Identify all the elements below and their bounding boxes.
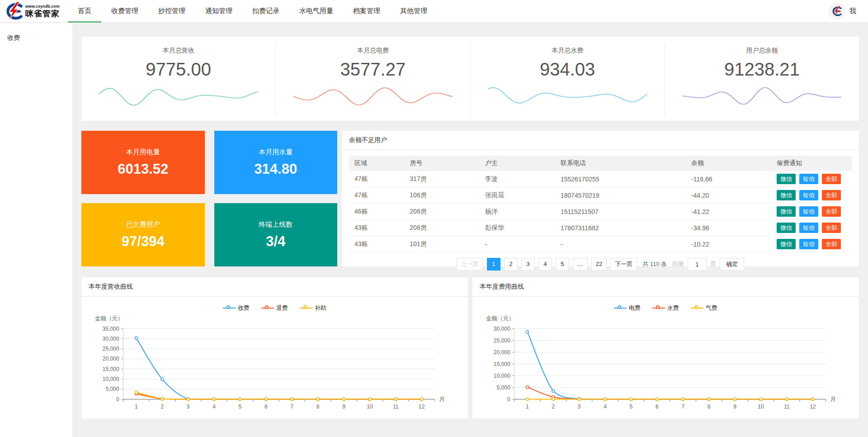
tile-label: 已欠费用户: [126, 220, 160, 229]
user-menu-label[interactable]: 我: [849, 7, 856, 15]
legend-label: 气费: [706, 304, 717, 312]
stat-label: 本月总电费: [357, 47, 389, 55]
svg-text:25,000: 25,000: [103, 346, 119, 352]
cell-phone: 17807311682: [555, 220, 686, 236]
sidebar-item-1[interactable]: 收费: [0, 23, 72, 47]
cell-balance: -10.22: [686, 236, 771, 252]
sms-notify-button[interactable]: 短信: [799, 223, 818, 233]
svg-text:8: 8: [708, 404, 711, 410]
cell-owner: 杨洋: [480, 204, 555, 220]
tile-value: 3/4: [266, 233, 285, 250]
nav-item-6[interactable]: 水电气用量: [289, 0, 343, 23]
all-notify-button[interactable]: 全部: [822, 190, 841, 200]
cell-room: 317房: [404, 171, 480, 187]
sms-notify-button[interactable]: 短信: [799, 190, 818, 200]
legend-item-1[interactable]: 收费: [223, 304, 250, 312]
cell-owner: 李波: [480, 171, 555, 187]
pagination-page-…[interactable]: …: [573, 258, 588, 271]
svg-text:5: 5: [630, 404, 633, 410]
pagination-prev[interactable]: 上一页: [457, 258, 483, 271]
nav-item-4[interactable]: 通知管理: [195, 0, 242, 23]
all-notify-button[interactable]: 全部: [822, 174, 841, 184]
svg-text:1: 1: [526, 404, 529, 410]
goto-page-input[interactable]: [688, 258, 707, 271]
cell-room: 106房: [404, 187, 480, 204]
svg-text:10,000: 10,000: [494, 373, 510, 379]
nav-item-3[interactable]: 抄控管理: [148, 0, 195, 23]
tile-value: 97/394: [122, 233, 165, 250]
stat-value: 9775.00: [146, 59, 211, 80]
sms-notify-button[interactable]: 短信: [799, 174, 818, 184]
brand-name: 咪雀管家: [25, 10, 60, 18]
all-notify-button[interactable]: 全部: [822, 239, 841, 249]
cell-actions: 微信短信全部: [771, 236, 852, 252]
pagination-page-4[interactable]: 4: [538, 258, 552, 271]
cell-phone: 15526170255: [555, 171, 686, 187]
svg-text:2: 2: [160, 404, 164, 410]
wechat-notify-button[interactable]: 微信: [777, 174, 796, 184]
legend-label: 电费: [629, 304, 641, 312]
sparkline-chart: [293, 82, 453, 110]
user-avatar[interactable]: [829, 3, 845, 19]
app-header: www.csyndb.com 咪雀管家 首页收费管理抄控管理通知管理扣费记录水电…: [0, 0, 868, 23]
nav-item-2[interactable]: 收费管理: [101, 0, 148, 23]
legend-line-icon: [691, 305, 703, 311]
legend-item-3[interactable]: 气费: [691, 304, 717, 312]
legend-item-3[interactable]: 补助: [300, 304, 326, 312]
svg-text:4: 4: [604, 404, 607, 410]
pagination-page-3[interactable]: 3: [521, 258, 535, 271]
tile-2: 本月用水量314.80: [214, 131, 338, 194]
cell-area: 46栋: [349, 204, 404, 220]
wechat-notify-button[interactable]: 微信: [777, 223, 796, 233]
pagination-page-2[interactable]: 2: [504, 258, 518, 271]
legend-line-icon: [223, 305, 236, 311]
svg-text:8: 8: [316, 404, 320, 410]
line-chart: 金额（元）05,00010,00015,00020,00025,00030,00…: [81, 313, 468, 416]
cell-actions: 微信短信全部: [771, 220, 852, 236]
pagination-page-1[interactable]: 1: [487, 258, 500, 271]
legend-item-1[interactable]: 电费: [614, 304, 641, 312]
cell-owner: 张雨晨: [480, 187, 555, 204]
sparkline-chart: [682, 82, 841, 110]
table-row: 46栋208房杨洋15115211507-41.22微信短信全部: [349, 204, 852, 220]
chart-panel-1: 本年度营收曲线收费退费补助金额（元）05,00010,00015,00020,0…: [81, 277, 468, 418]
brand-url: www.csyndb.com: [25, 5, 60, 9]
nav-item-5[interactable]: 扣费记录: [242, 0, 289, 23]
cell-room: 208房: [404, 220, 480, 236]
wechat-notify-button[interactable]: 微信: [777, 190, 796, 200]
tile-1: 本月用电量6013.52: [81, 131, 205, 194]
main-content: 本月总营收9775.00本月总电费3577.27本月总水费934.03用户总余额…: [72, 23, 868, 437]
table-row: 47栋106房张雨晨18074570219-44.20微信短信全部: [349, 187, 852, 204]
cell-actions: 微信短信全部: [771, 187, 852, 204]
pagination-page-22[interactable]: 22: [591, 258, 607, 271]
stat-panel: 本月总营收9775.00本月总电费3577.27本月总水费934.03用户总余额…: [81, 37, 859, 121]
all-notify-button[interactable]: 全部: [822, 206, 841, 217]
cell-area: 47栋: [349, 187, 404, 204]
legend-line-icon: [652, 305, 665, 311]
summary-tiles: 本月用电量6013.52本月用水量314.80已欠费用户97/394终端上线数3…: [81, 131, 337, 266]
nav-item-1[interactable]: 首页: [68, 0, 101, 23]
cell-phone: 18074570219: [555, 187, 686, 204]
chart-title: 本年度费用曲线: [472, 277, 859, 297]
tile-value: 6013.52: [118, 161, 168, 177]
sms-notify-button[interactable]: 短信: [799, 239, 818, 249]
svg-text:15,000: 15,000: [494, 361, 510, 367]
cell-phone: 15115211507: [555, 204, 686, 220]
wechat-notify-button[interactable]: 微信: [777, 206, 796, 217]
nav-item-8[interactable]: 其他管理: [390, 0, 437, 23]
all-notify-button[interactable]: 全部: [822, 223, 841, 233]
charts-row: 本年度营收曲线收费退费补助金额（元）05,00010,00015,00020,0…: [81, 277, 859, 418]
nav-item-7[interactable]: 档案管理: [343, 0, 390, 23]
wechat-notify-button[interactable]: 微信: [777, 239, 796, 249]
lightning-logo-icon: [5, 2, 24, 21]
legend-item-2[interactable]: 退费: [261, 304, 288, 312]
pagination-page-5[interactable]: 5: [556, 258, 569, 271]
stat-label: 本月总营收: [163, 47, 194, 55]
pagination-next[interactable]: 下一页: [610, 258, 637, 271]
sms-notify-button[interactable]: 短信: [799, 206, 818, 217]
tile-label: 本月用水量: [259, 148, 292, 157]
confirm-button[interactable]: 确定: [720, 258, 744, 271]
legend-item-2[interactable]: 水费: [652, 304, 679, 312]
cell-area: 43栋: [349, 236, 404, 252]
svg-text:7: 7: [290, 404, 293, 410]
